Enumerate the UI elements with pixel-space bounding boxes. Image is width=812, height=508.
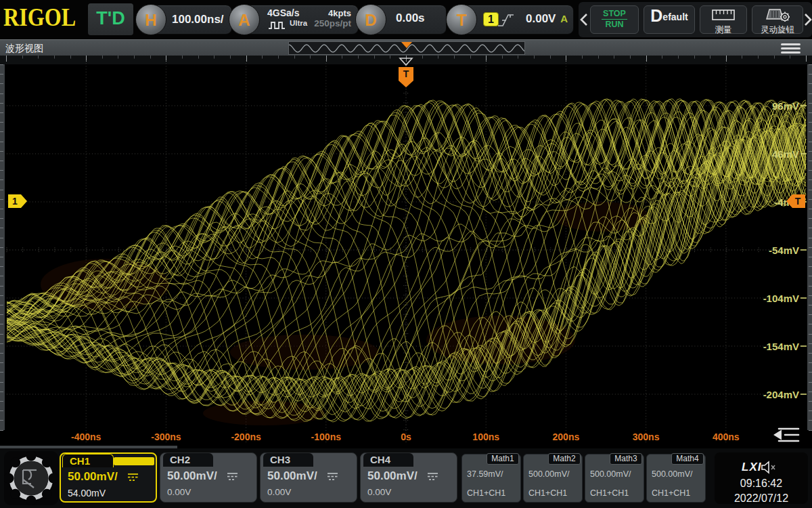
svg-text:96mV: 96mV [772, 100, 799, 112]
svg-text:-300ns: -300ns [151, 431, 181, 442]
svg-text:300ns: 300ns [633, 431, 660, 442]
svg-text:-200ns: -200ns [231, 431, 261, 442]
svg-text:-54mV: -54mV [769, 245, 799, 256]
svg-text:100ns: 100ns [472, 431, 499, 442]
svg-text:-100ns: -100ns [311, 431, 342, 442]
svg-text:0s: 0s [401, 431, 411, 442]
svg-text:400ns: 400ns [713, 431, 740, 442]
svg-text:46mV: 46mV [772, 148, 799, 160]
svg-text:1: 1 [12, 196, 18, 207]
svg-text:T: T [795, 196, 801, 207]
svg-text:-154mV: -154mV [763, 341, 799, 352]
svg-text:200ns: 200ns [553, 431, 580, 442]
svg-text:T: T [403, 68, 409, 79]
svg-text:-204mV: -204mV [763, 389, 799, 400]
svg-text:-400ns: -400ns [71, 431, 102, 442]
svg-text:-104mV: -104mV [763, 293, 799, 304]
